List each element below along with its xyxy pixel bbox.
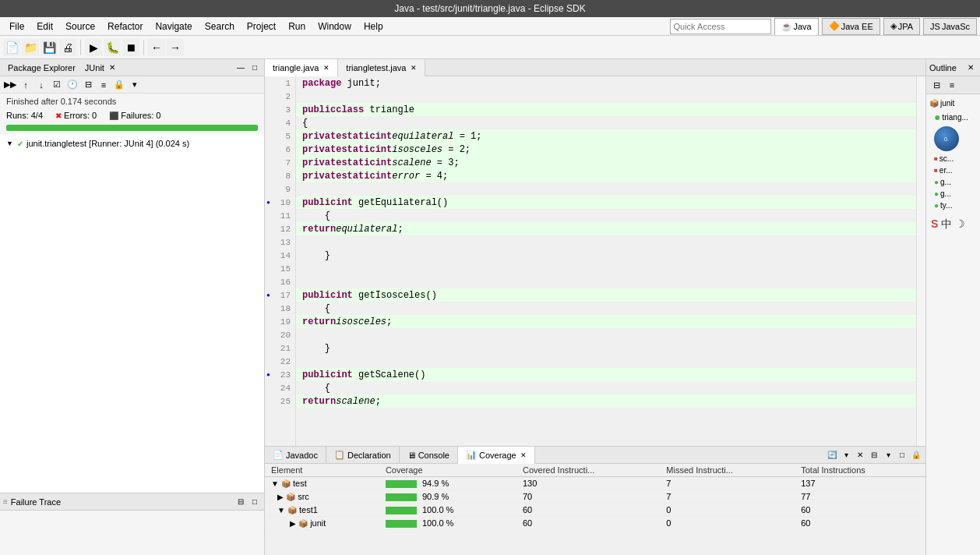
tab-triangle-java[interactable]: triangle.java ✕: [265, 59, 338, 76]
coverage-row-3[interactable]: ▶ 📦 junit 100.0 % 60 0 60: [265, 517, 925, 530]
failure-trace-btn2[interactable]: □: [249, 496, 261, 508]
junit-prev-btn[interactable]: ↑: [19, 78, 33, 92]
tab-declaration[interactable]: 📋 Declaration: [326, 447, 400, 464]
outline-class-triangle[interactable]: ● triang...: [932, 109, 978, 125]
bottom-ctrl7[interactable]: 🔒: [910, 449, 922, 461]
code-line-12[interactable]: return equilateral;: [296, 222, 916, 235]
quick-access-input[interactable]: [670, 19, 771, 34]
code-line-3[interactable]: public class triangle: [296, 103, 916, 116]
junit-lock-btn[interactable]: 🔒: [112, 78, 126, 92]
expand-icon[interactable]: ▼: [277, 506, 285, 514]
expand-icon[interactable]: ▼: [271, 479, 279, 488]
menu-navigate[interactable]: Navigate: [149, 19, 198, 34]
toolbar-stop[interactable]: ⏹: [122, 39, 139, 56]
code-line-14[interactable]: }: [296, 249, 916, 262]
perspective-java[interactable]: ☕ Java: [774, 18, 819, 35]
tab-javadoc[interactable]: 📄 Javadoc: [265, 447, 326, 464]
failure-trace-btn1[interactable]: ⊟: [234, 496, 247, 508]
perspective-javaee[interactable]: 🔶 Java EE: [822, 18, 880, 35]
code-line-23[interactable]: public int getScalene(): [296, 368, 916, 381]
toolbar-debug[interactable]: 🐛: [104, 39, 121, 56]
code-line-20[interactable]: [296, 328, 916, 341]
code-line-10[interactable]: public int getEquilateral(): [296, 196, 916, 209]
menu-file[interactable]: File: [3, 19, 30, 34]
junit-history-btn[interactable]: 🕐: [65, 78, 79, 92]
perspective-javasc[interactable]: JS JavaSc: [923, 18, 977, 35]
code-line-13[interactable]: [296, 235, 916, 249]
expand-icon[interactable]: ▶: [290, 519, 296, 528]
code-line-7[interactable]: private static int scalene = 3;: [296, 156, 916, 169]
coverage-row-0[interactable]: ▼ 📦 test 94.9 % 130 7 137: [265, 477, 925, 490]
code-line-16[interactable]: [296, 275, 916, 288]
bottom-ctrl2[interactable]: ▾: [840, 449, 852, 461]
code-content[interactable]: package junit; public class triangle{ pr…: [296, 76, 916, 446]
bottom-ctrl3[interactable]: ✕: [854, 449, 866, 461]
bottom-ctrl5[interactable]: ▾: [882, 449, 894, 461]
outline-field-er[interactable]: ■ er...: [932, 164, 978, 176]
menu-help[interactable]: Help: [358, 19, 390, 34]
code-line-19[interactable]: return isosceles;: [296, 315, 916, 328]
junit-close-icon[interactable]: ✕: [109, 63, 115, 72]
code-line-24[interactable]: {: [296, 381, 916, 394]
outline-tb2[interactable]: ≡: [945, 78, 959, 92]
toolbar-save[interactable]: 💾: [41, 39, 58, 56]
code-line-15[interactable]: [296, 262, 916, 275]
menu-edit[interactable]: Edit: [30, 19, 59, 34]
outline-close-icon[interactable]: ✕: [964, 62, 977, 74]
toolbar-open[interactable]: 📁: [22, 39, 39, 56]
outline-method1[interactable]: ● g...: [932, 176, 978, 188]
tab-triangletest-java[interactable]: triangletest.java ✕: [338, 59, 425, 76]
tree-expand-icon[interactable]: ▼: [6, 140, 14, 147]
outline-method3[interactable]: ● ty...: [932, 200, 978, 211]
code-line-17[interactable]: public int getIsosceles(): [296, 288, 916, 302]
coverage-row-1[interactable]: ▶ 📦 src 90.9 % 70 7 77: [265, 490, 925, 504]
junit-collapse-btn[interactable]: ⊟: [81, 78, 95, 92]
tab-console[interactable]: 🖥 Console: [400, 447, 458, 464]
tab-package-explorer[interactable]: Package Explorer: [3, 59, 80, 76]
menu-refactor[interactable]: Refactor: [101, 19, 149, 34]
tab-coverage[interactable]: 📊 Coverage ✕: [458, 447, 535, 464]
toolbar-run[interactable]: ▶: [85, 39, 102, 56]
junit-filter-btn[interactable]: ☑: [50, 78, 64, 92]
menu-source[interactable]: Source: [59, 19, 101, 34]
maximize-icon[interactable]: □: [249, 62, 261, 74]
outline-tb1[interactable]: ⊟: [929, 78, 943, 92]
minimize-icon[interactable]: —: [234, 62, 247, 74]
menu-project[interactable]: Project: [241, 19, 282, 34]
junit-tree-item[interactable]: ▼ ✔ junit.triangletest [Runner: JUnit 4]…: [3, 137, 261, 150]
code-line-9[interactable]: [296, 182, 916, 196]
tab-coverage-close[interactable]: ✕: [520, 451, 527, 459]
code-line-18[interactable]: {: [296, 302, 916, 315]
toolbar-new[interactable]: 📄: [3, 39, 20, 56]
tab-junit[interactable]: JUnit ✕: [80, 59, 120, 76]
code-line-4[interactable]: {: [296, 116, 916, 129]
code-line-22[interactable]: [296, 355, 916, 368]
bottom-ctrl1[interactable]: 🔄: [826, 449, 838, 461]
toolbar-print[interactable]: 🖨: [59, 39, 76, 56]
editor-scrollbar[interactable]: [916, 76, 925, 446]
bottom-ctrl6[interactable]: □: [896, 449, 908, 461]
code-line-11[interactable]: {: [296, 209, 916, 222]
toolbar-forward[interactable]: →: [167, 39, 184, 56]
code-line-1[interactable]: package junit;: [296, 76, 916, 90]
code-line-21[interactable]: }: [296, 341, 916, 355]
menu-search[interactable]: Search: [199, 19, 241, 34]
code-line-5[interactable]: private static int equilateral = 1;: [296, 129, 916, 143]
toolbar-back[interactable]: ←: [148, 39, 165, 56]
code-line-8[interactable]: private static int error = 4;: [296, 169, 916, 182]
tab-triangletest-close[interactable]: ✕: [411, 64, 417, 72]
menu-run[interactable]: Run: [282, 19, 312, 34]
junit-expand-btn[interactable]: ≡: [97, 78, 111, 92]
coverage-row-2[interactable]: ▼ 📦 test1 100.0 % 60 0 60: [265, 504, 925, 517]
outline-field-sc[interactable]: ■ sc...: [932, 153, 978, 164]
code-line-6[interactable]: private static int isosceles = 2;: [296, 143, 916, 156]
tab-triangle-close[interactable]: ✕: [323, 64, 330, 72]
expand-icon[interactable]: ▶: [277, 493, 284, 501]
code-line-2[interactable]: [296, 90, 916, 103]
junit-next-btn[interactable]: ↓: [34, 78, 48, 92]
junit-rerun-btn[interactable]: ▶▶: [3, 78, 17, 92]
code-line-25[interactable]: return scalene;: [296, 394, 916, 408]
menu-window[interactable]: Window: [312, 19, 358, 34]
bottom-ctrl4[interactable]: ⊟: [868, 449, 880, 461]
junit-menu-btn[interactable]: ▾: [128, 78, 142, 92]
